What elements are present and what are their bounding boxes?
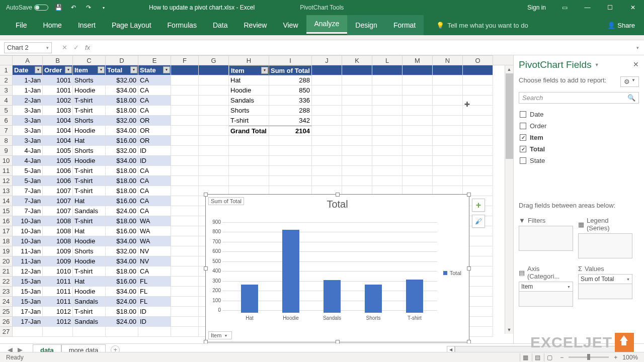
cell[interactable]: [342, 106, 372, 116]
cell[interactable]: Sandals: [73, 317, 106, 327]
ribbon-tab-page-layout[interactable]: Page Layout: [104, 15, 159, 35]
cell[interactable]: [171, 176, 199, 186]
cell[interactable]: 1001: [43, 85, 73, 96]
cell[interactable]: T-shirt: [73, 166, 106, 176]
ribbon-tab-analyze[interactable]: Analyze: [306, 15, 348, 34]
ribbon-tab-formulas[interactable]: Formulas: [159, 15, 205, 35]
cell[interactable]: [171, 106, 199, 116]
cell[interactable]: 1004: [43, 136, 73, 146]
cell[interactable]: OR: [138, 136, 171, 146]
row-header[interactable]: 1: [0, 65, 13, 75]
cell[interactable]: 5-Jan: [13, 176, 43, 186]
cell[interactable]: Item▼: [73, 65, 106, 75]
chart-bar[interactable]: [406, 280, 423, 313]
cell[interactable]: 15-Jan: [13, 297, 43, 307]
cell[interactable]: $32.00: [106, 146, 138, 156]
cell[interactable]: [269, 166, 312, 176]
cell[interactable]: T-shirt: [229, 116, 269, 126]
cell[interactable]: [171, 236, 199, 246]
row-header[interactable]: 23: [0, 287, 13, 297]
cell[interactable]: [342, 65, 372, 75]
cell[interactable]: [312, 85, 342, 96]
cell[interactable]: 1007: [43, 206, 73, 216]
cell[interactable]: [342, 126, 372, 136]
save-icon[interactable]: 💾: [53, 3, 63, 13]
cell[interactable]: ID: [138, 317, 171, 327]
cell[interactable]: 1003: [43, 106, 73, 116]
cell[interactable]: CA: [138, 266, 171, 277]
cell[interactable]: [171, 277, 199, 287]
formula-expand[interactable]: ▾: [636, 45, 644, 50]
cell[interactable]: [372, 126, 403, 136]
cell[interactable]: [171, 126, 199, 136]
cell[interactable]: [171, 327, 199, 337]
cell[interactable]: 1007: [43, 196, 73, 206]
redo-icon[interactable]: ↷: [84, 3, 94, 13]
cell[interactable]: [199, 126, 229, 136]
cell[interactable]: [171, 287, 199, 297]
column-header[interactable]: F: [171, 55, 199, 65]
cell[interactable]: 7-Jan: [13, 206, 43, 216]
cell[interactable]: Shorts: [73, 116, 106, 126]
cell[interactable]: [171, 146, 199, 156]
zoom-in-button[interactable]: +: [614, 354, 617, 361]
cell[interactable]: Hoodie: [73, 287, 106, 297]
filters-area[interactable]: ▼Filters: [519, 215, 573, 258]
ribbon-tab-design[interactable]: Design: [347, 15, 385, 35]
values-field-item[interactable]: Sum of Total▼: [578, 274, 632, 284]
cell[interactable]: [403, 65, 433, 75]
cell[interactable]: Sandals: [73, 297, 106, 307]
row-header[interactable]: 7: [0, 126, 13, 136]
row-header[interactable]: 14: [0, 196, 13, 206]
cell[interactable]: [463, 146, 493, 156]
cell[interactable]: [73, 327, 106, 337]
checkbox[interactable]: [520, 111, 526, 118]
values-area[interactable]: ΣValues Sum of Total▼: [578, 263, 632, 307]
cell[interactable]: Hat: [229, 75, 269, 85]
fields-layout-button[interactable]: ⚙▼: [620, 76, 639, 87]
cell[interactable]: $34.00: [106, 126, 138, 136]
pivot-chart[interactable]: Sum of Total Total 010020030040050060070…: [205, 194, 469, 342]
cell[interactable]: T-shirt: [73, 186, 106, 196]
cell[interactable]: [13, 327, 43, 337]
column-header[interactable]: A: [13, 55, 43, 65]
cell[interactable]: $16.00: [106, 136, 138, 146]
cell[interactable]: [312, 65, 342, 75]
cell[interactable]: 4-Jan: [13, 156, 43, 166]
cell[interactable]: [433, 96, 463, 106]
cell[interactable]: [171, 196, 199, 206]
cell[interactable]: [171, 75, 199, 85]
cell[interactable]: [312, 136, 342, 146]
column-header[interactable]: B: [43, 55, 73, 65]
cell[interactable]: [403, 176, 433, 186]
cell[interactable]: 10-Jan: [13, 226, 43, 236]
cell[interactable]: Hat: [73, 277, 106, 287]
cell[interactable]: [171, 206, 199, 216]
cell[interactable]: 5-Jan: [13, 166, 43, 176]
ribbon-tab-file[interactable]: File: [8, 15, 35, 35]
cell[interactable]: [199, 136, 229, 146]
cell[interactable]: [403, 156, 433, 166]
cell[interactable]: 1007: [43, 186, 73, 196]
cell[interactable]: T-shirt: [73, 307, 106, 317]
cell[interactable]: $32.00: [106, 75, 138, 85]
cell[interactable]: [463, 75, 493, 85]
ribbon-options-icon[interactable]: ▭: [553, 0, 576, 15]
qat-dropdown[interactable]: ▾: [99, 3, 109, 13]
checkbox[interactable]: [520, 146, 526, 152]
cell[interactable]: [199, 106, 229, 116]
cell[interactable]: [342, 75, 372, 85]
cell[interactable]: $32.00: [106, 246, 138, 256]
cell[interactable]: [171, 317, 199, 327]
row-header[interactable]: 18: [0, 236, 13, 246]
zoom-slider[interactable]: [569, 356, 609, 358]
cell[interactable]: Hoodie: [73, 256, 106, 266]
cell[interactable]: $18.00: [106, 166, 138, 176]
row-header[interactable]: 5: [0, 106, 13, 116]
column-header[interactable]: M: [403, 55, 433, 65]
checkbox[interactable]: [520, 134, 526, 141]
zoom-out-button[interactable]: −: [560, 354, 564, 361]
cell[interactable]: [372, 96, 403, 106]
cell[interactable]: [229, 146, 269, 156]
cell[interactable]: [403, 136, 433, 146]
